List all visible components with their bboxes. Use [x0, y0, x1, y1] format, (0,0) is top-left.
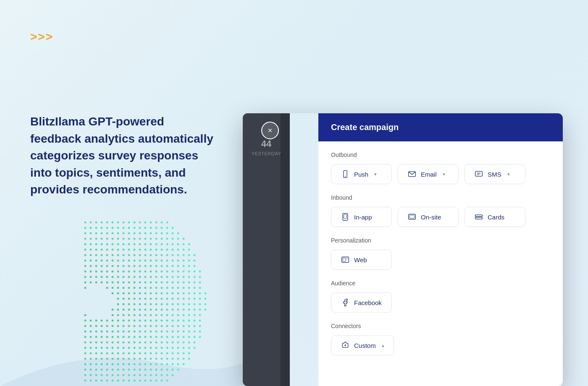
option-inapp[interactable]: In-app — [331, 207, 392, 227]
inapp-label: In-app — [354, 214, 372, 221]
push-icon — [341, 170, 350, 179]
personalization-options: Web — [331, 250, 550, 270]
web-label: Web — [354, 256, 367, 263]
onsite-label: On-site — [421, 214, 441, 221]
section-personalization-label: Personalization — [331, 237, 550, 244]
option-custom[interactable]: Custom ▴ — [331, 335, 394, 355]
custom-label: Custom — [354, 342, 376, 349]
section-inbound-label: Inbound — [331, 194, 550, 201]
outbound-options: Push ▾ Email ▾ — [331, 164, 550, 184]
option-email[interactable]: Email ▾ — [398, 164, 459, 184]
option-facebook[interactable]: Facebook — [331, 292, 392, 313]
email-label: Email — [421, 171, 437, 178]
modal-body: Outbound Push ▾ — [318, 141, 563, 386]
option-cards[interactable]: Cards — [465, 207, 525, 227]
section-personalization: Personalization Web — [331, 237, 550, 270]
close-button[interactable]: × — [261, 122, 279, 139]
create-campaign-modal: Create campaign Outbound Push ▾ — [243, 113, 563, 386]
sidebar-label: YESTERDAY — [252, 151, 281, 156]
section-outbound: Outbound Push ▾ — [331, 151, 550, 184]
svg-point-16 — [344, 344, 346, 346]
sms-icon — [474, 170, 483, 179]
facebook-icon — [341, 298, 350, 307]
email-icon — [407, 170, 417, 179]
option-onsite[interactable]: On-site — [398, 207, 459, 227]
push-chevron: ▾ — [374, 172, 377, 177]
audience-options: Facebook — [331, 292, 550, 313]
sms-chevron: ▾ — [507, 172, 510, 177]
section-inbound: Inbound In-app — [331, 194, 550, 227]
onsite-icon — [407, 212, 417, 222]
hero-text: BlitzIlama GPT-powered feedback analytic… — [30, 113, 215, 198]
svg-rect-9 — [410, 215, 415, 219]
push-label: Push — [354, 171, 368, 178]
modal-header: Create campaign — [318, 113, 563, 141]
section-audience-label: Audience — [331, 280, 550, 287]
logo: >>> — [30, 30, 53, 44]
email-chevron: ▾ — [443, 172, 445, 177]
sidebar-number: 44 — [261, 138, 271, 149]
modal-panel: Create campaign Outbound Push ▾ — [318, 113, 563, 386]
svg-rect-11 — [475, 217, 483, 219]
custom-chevron: ▴ — [382, 343, 384, 348]
svg-rect-13 — [343, 258, 346, 261]
section-outbound-label: Outbound — [331, 151, 550, 158]
inbound-options: In-app On-site — [331, 207, 550, 227]
cards-label: Cards — [488, 214, 504, 221]
sms-label: SMS — [488, 171, 501, 178]
facebook-label: Facebook — [354, 299, 382, 306]
option-push[interactable]: Push ▾ — [331, 164, 392, 184]
option-web[interactable]: Web — [331, 250, 392, 270]
connectors-options: Custom ▴ — [331, 335, 550, 355]
web-icon — [341, 255, 350, 264]
section-connectors: Connectors Custom ▴ — [331, 323, 550, 355]
svg-rect-3 — [475, 171, 483, 176]
dot-pattern — [76, 218, 235, 386]
sidebar-stat: 44 YESTERDAY — [252, 138, 281, 156]
custom-icon — [341, 341, 350, 350]
modal-title: Create campaign — [331, 123, 399, 132]
svg-rect-7 — [344, 214, 347, 219]
inapp-icon — [341, 212, 350, 222]
svg-rect-10 — [475, 215, 483, 216]
section-connectors-label: Connectors — [331, 323, 550, 329]
option-sms[interactable]: SMS ▾ — [465, 164, 525, 184]
cards-icon — [474, 212, 483, 222]
section-audience: Audience Facebook — [331, 280, 550, 313]
